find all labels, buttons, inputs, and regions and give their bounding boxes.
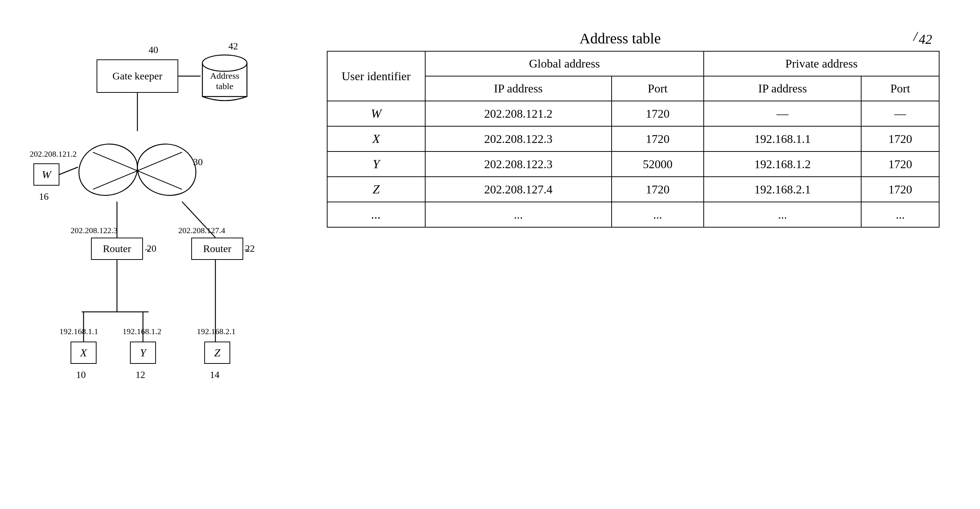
ip-label-x: 192.168.1.1 (59, 327, 99, 336)
gate-keeper-label: Gate keeper (113, 70, 162, 82)
cell-private-port: ... (861, 202, 939, 227)
router-20-label: Router (103, 243, 131, 254)
header-private-address: Private address (704, 51, 939, 76)
address-table-cylinder: Address table (200, 52, 249, 104)
cell-private-ip: ... (704, 202, 861, 227)
gate-keeper-box: Gate keeper (97, 59, 178, 93)
table-ref-42: 42 (919, 32, 932, 47)
ip-label-z: 192.168.2.1 (197, 327, 236, 336)
router-22-box: Router (191, 238, 243, 260)
ip-label-router20: 202.208.122.3 (70, 226, 118, 235)
ip-label-y: 192.168.1.2 (123, 327, 162, 336)
header-user-identifier: User identifier (327, 51, 425, 101)
table-row: W202.208.121.21720—— (327, 101, 939, 126)
cell-global-port: 1720 (612, 126, 704, 151)
svg-text:Address: Address (210, 71, 240, 81)
cell-private-port: 1720 (861, 177, 939, 202)
table-row: Y202.208.122.352000192.168.1.21720 (327, 151, 939, 177)
cell-global-port: 1720 (612, 101, 704, 126)
ref-16: 16 (39, 191, 49, 202)
cell-private-ip: — (704, 101, 861, 126)
address-table: User identifier Global address Private a… (327, 51, 940, 227)
ip-label-router22: 202.208.127.4 (178, 226, 226, 235)
ref-22: 22 (245, 243, 255, 254)
sub-header-private-ip: IP address (704, 76, 861, 101)
network-cloud: 30 (67, 130, 208, 204)
node-z: Z (204, 342, 230, 364)
sub-header-private-port: Port (861, 76, 939, 101)
ref-10: 10 (76, 369, 86, 380)
cell-user: Y (327, 151, 425, 177)
cell-global-ip: 202.208.122.3 (425, 151, 612, 177)
node-w: W (33, 163, 59, 186)
svg-point-11 (202, 55, 247, 71)
ref-20: 20 (147, 243, 156, 254)
table-title-row: Address table / 42 (327, 30, 940, 47)
node-y: Y (130, 342, 156, 364)
sub-header-global-port: Port (612, 76, 704, 101)
svg-text:30: 30 (193, 157, 203, 167)
table-row: X202.208.122.31720192.168.1.11720 (327, 126, 939, 151)
sub-header-global-ip: IP address (425, 76, 612, 101)
cell-global-port: 1720 (612, 177, 704, 202)
cell-global-port: 52000 (612, 151, 704, 177)
svg-text:table: table (216, 81, 234, 91)
cell-user: W (327, 101, 425, 126)
cell-global-port: ... (612, 202, 704, 227)
ref-14: 14 (210, 369, 220, 380)
node-z-label: Z (214, 347, 221, 359)
node-x-label: X (80, 347, 87, 359)
header-global-address: Global address (425, 51, 704, 76)
node-w-label: W (42, 168, 51, 181)
ref-12: 12 (135, 369, 145, 380)
table-row: ............... (327, 202, 939, 227)
cell-private-port: — (861, 101, 939, 126)
cell-private-port: 1720 (861, 126, 939, 151)
router-22-label: Router (203, 243, 231, 254)
ref-40: 40 (148, 45, 158, 56)
cell-user: Z (327, 177, 425, 202)
cell-global-ip: ... (425, 202, 612, 227)
ref-42-diagram: 42 (228, 41, 238, 52)
cell-global-ip: 202.208.122.3 (425, 126, 612, 151)
cell-private-port: 1720 (861, 151, 939, 177)
cell-user: ... (327, 202, 425, 227)
cell-global-ip: 202.208.127.4 (425, 177, 612, 202)
cell-user: X (327, 126, 425, 151)
page: 40 Gate keeper 42 Address table 202.208.… (0, 0, 980, 509)
node-y-label: Y (140, 347, 146, 359)
node-x: X (70, 342, 97, 364)
address-table-section: Address table / 42 User identifier Globa… (327, 30, 940, 227)
router-20-box: Router (91, 238, 143, 260)
cell-private-ip: 192.168.1.2 (704, 151, 861, 177)
cell-private-ip: 192.168.1.1 (704, 126, 861, 151)
network-diagram: 40 Gate keeper 42 Address table 202.208.… (22, 22, 282, 486)
table-title: Address table (327, 30, 913, 47)
cell-global-ip: 202.208.121.2 (425, 101, 612, 126)
cell-private-ip: 192.168.2.1 (704, 177, 861, 202)
table-row: Z202.208.127.41720192.168.2.11720 (327, 177, 939, 202)
